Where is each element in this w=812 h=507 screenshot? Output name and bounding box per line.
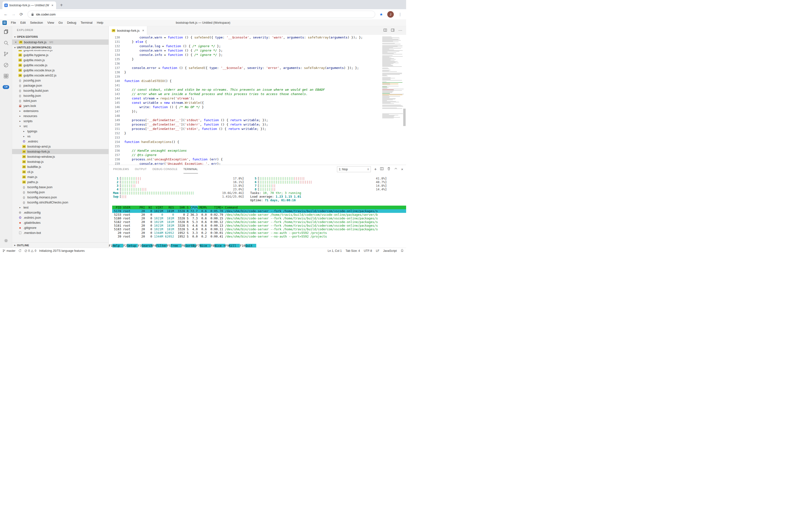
editor-scrollbar[interactable]	[403, 109, 405, 126]
htop-table-header[interactable]: PID USER PRI NI VIRT RES SHR S CPU% MEM%…	[112, 206, 406, 209]
extensions-icon[interactable]	[0, 71, 12, 82]
process-row-39[interactable]: 39 root 20 0 1344M 62052 1952 S 0.0 0.2 …	[112, 235, 406, 238]
file-row-gulpfile.vscode.linux.js[interactable]: JSgulpfile.vscode.linux.js	[12, 68, 109, 73]
forward-icon[interactable]: →	[10, 11, 17, 18]
address-bar[interactable]: ide.coder.com	[27, 11, 375, 18]
file-row-tsconfig.monaco.json[interactable]: {}tsconfig.monaco.json	[12, 195, 109, 200]
notifications-bell[interactable]	[400, 249, 404, 253]
file-row-buildfile.js[interactable]: JSbuildfile.js	[12, 164, 109, 169]
file-row-.editorconfig[interactable]: ⚙.editorconfig	[12, 210, 109, 215]
file-row-bootstrap-fork.js[interactable]: JSbootstrap-fork.js	[12, 149, 109, 154]
file-row-yarn.lock[interactable]: yarn.lock	[12, 103, 109, 108]
menu-debug[interactable]: Debug	[65, 19, 78, 26]
file-row-jsconfig.json[interactable]: {}jsconfig.json	[12, 78, 109, 83]
process-row-5181[interactable]: 5181 root 20 0 1021M 181M 3328 S 4.6 0.6…	[112, 224, 406, 227]
fkey-f6[interactable]: F6SortBy	[182, 244, 196, 247]
file-row-tsconfig.build.json[interactable]: {}tsconfig.build.json	[12, 88, 109, 93]
reload-icon[interactable]: ⟳	[18, 11, 25, 18]
code-editor[interactable]: 130 console.warn = function () { safeSen…	[109, 35, 406, 165]
fkey-f5[interactable]: F5Tree	[167, 244, 182, 247]
menu-terminal[interactable]: Terminal	[78, 19, 95, 26]
file-row-tsconfig.base.json[interactable]: {}tsconfig.base.json	[12, 184, 109, 190]
file-row-gulpfile.extensions.js[interactable]: JSgulpfile.extensions.js	[12, 50, 109, 53]
file-row-tslint.json[interactable]: {}tslint.json	[12, 98, 109, 103]
kill-terminal-icon[interactable]	[387, 167, 391, 171]
folder-row-scripts[interactable]: ▸scripts	[12, 118, 109, 124]
file-row-bootstrap-amd.js[interactable]: JSbootstrap-amd.js	[12, 144, 109, 149]
browser-menu-icon[interactable]: ⋮	[397, 12, 404, 17]
panel-tab-problems[interactable]: PROBLEMS	[113, 165, 129, 173]
file-row-main.js[interactable]: JSmain.js	[12, 174, 109, 179]
process-row-5182[interactable]: 5182 root 20 0 1021M 181M 3328 R 5.3 0.6…	[112, 220, 406, 224]
avatar[interactable]: J	[387, 11, 394, 18]
terminal-select[interactable]: 1: htop ▲▼	[337, 166, 371, 172]
fkey-f3[interactable]: F3Search	[138, 244, 152, 247]
folder-row-typings[interactable]: ▸typings	[12, 129, 109, 134]
file-row-gulpfile.hygiene.js[interactable]: JSgulpfile.hygiene.js	[12, 53, 109, 58]
outline-header[interactable]: ▸ OUTLINE	[12, 242, 109, 248]
search-icon[interactable]	[0, 37, 12, 48]
tab-close-icon[interactable]: ×	[51, 3, 54, 7]
open-editor-item[interactable]: × JS bootstrap-fork.js src	[12, 40, 109, 45]
menu-selection[interactable]: Selection	[28, 19, 45, 26]
browser-tab[interactable]: bootstrap-fork.js — Untitled (W ×	[2, 1, 56, 9]
maximize-panel-icon[interactable]	[394, 167, 398, 171]
cursor-position[interactable]: Ln 1, Col 1	[328, 249, 342, 252]
settings-gear-icon[interactable]	[0, 235, 12, 246]
menu-file[interactable]: File	[9, 19, 18, 26]
folder-row-src[interactable]: ▾src	[12, 124, 109, 129]
more-actions-icon[interactable]: ···	[398, 28, 402, 33]
panel-tab-terminal[interactable]: TERMINAL	[184, 165, 198, 173]
split-terminal-icon[interactable]	[380, 167, 384, 171]
workspace-header[interactable]: ▾ UNTITLED (WORKSPACE)	[12, 45, 109, 50]
panel-tab-output[interactable]: OUTPUT	[135, 165, 147, 173]
panel-tab-debug-console[interactable]: DEBUG CONSOLE	[152, 165, 178, 173]
menu-view[interactable]: View	[45, 19, 56, 26]
file-row-tsconfig.strictNullChecks.json[interactable]: {}tsconfig.strictNullChecks.json	[12, 200, 109, 205]
sync-status[interactable]	[18, 249, 21, 252]
minimap[interactable]	[381, 35, 406, 165]
fkey-f9[interactable]: F9Kill	[225, 244, 240, 247]
folder-row-extensions[interactable]: ▸extensions	[12, 108, 109, 113]
fkey-f1[interactable]: F1Help	[109, 244, 123, 247]
file-row-.eslintrc.json[interactable]: .eslintrc.json	[12, 215, 109, 220]
folder-row-resources[interactable]: ▸resources	[12, 113, 109, 118]
fkey-f7[interactable]: F7Nice -	[196, 244, 210, 247]
close-panel-icon[interactable]: ×	[401, 167, 403, 171]
file-row-gulpfile.vscode.win32.js[interactable]: JSgulpfile.vscode.win32.js	[12, 73, 109, 78]
file-row-bootstrap.js[interactable]: JSbootstrap.js	[12, 159, 109, 164]
file-row-.eslintrc[interactable]: .eslintrc	[12, 139, 109, 144]
language-mode[interactable]: JavaScript	[383, 249, 397, 252]
fkey-f2[interactable]: F2Setup	[123, 244, 138, 247]
file-row-.mention-bot[interactable]: .mention-bot	[12, 230, 109, 235]
process-row-5180[interactable]: 5180 root 20 0 1021M 181M 3328 S 7.3 0.6…	[112, 217, 406, 220]
off-badge[interactable]: Off	[3, 85, 9, 89]
source-control-icon[interactable]	[0, 48, 12, 59]
menu-go[interactable]: Go	[56, 19, 65, 26]
problems-status[interactable]: 0 0	[24, 249, 36, 252]
file-row-.gitignore[interactable]: ◆.gitignore	[12, 225, 109, 230]
process-row-20[interactable]: 20 root 20 0 1344M 62052 1952 S 3.3 0.2 …	[112, 231, 406, 235]
file-row-paths.js[interactable]: JSpaths.js	[12, 179, 109, 184]
eol[interactable]: LF	[376, 249, 379, 252]
back-icon[interactable]: ←	[2, 11, 9, 18]
file-row-gulpfile.vscode.js[interactable]: JSgulpfile.vscode.js	[12, 63, 109, 68]
tab-close-icon[interactable]: ×	[142, 29, 144, 33]
fkey-f4[interactable]: F4Filter	[152, 244, 167, 247]
file-row-tsconfig.json[interactable]: {}tsconfig.json	[12, 93, 109, 98]
split-editor-icon[interactable]	[383, 28, 387, 33]
explorer-icon[interactable]	[0, 26, 12, 37]
file-row-bootstrap-window.js[interactable]: JSbootstrap-window.js	[12, 154, 109, 159]
debug-icon[interactable]	[0, 59, 12, 71]
file-row-gulpfile.mixin.js[interactable]: JSgulpfile.mixin.js	[12, 58, 109, 63]
file-row-cli.js[interactable]: JScli.js	[12, 169, 109, 174]
menu-help[interactable]: Help	[95, 19, 106, 26]
folder-row-vs[interactable]: ▸vs	[12, 134, 109, 139]
fkey-f10[interactable]: F10Quit	[240, 244, 256, 247]
close-icon[interactable]: ×	[14, 40, 17, 44]
fkey-f8[interactable]: F8Nice +	[211, 244, 225, 247]
terminal[interactable]: 1[|||||||||||17.8%]2[||||||||||16.1%]3[|…	[109, 173, 406, 248]
process-row-5233[interactable]: 5233 root 20 0 0 0 0 Z 36.3 0.0 0:02.79 …	[112, 213, 406, 217]
file-row-.gitattributes[interactable]: ◆.gitattributes	[12, 220, 109, 225]
editor-layout-icon[interactable]	[391, 28, 394, 33]
